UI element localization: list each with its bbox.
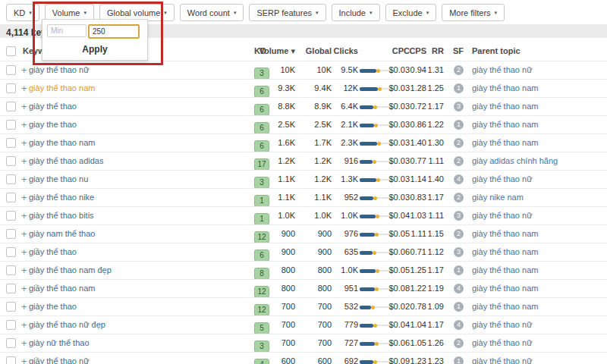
keyword-link[interactable]: giày thể thao bitis bbox=[29, 207, 94, 224]
clicks-distribution-bar-icon bbox=[360, 250, 393, 255]
kd-badge-value: 1 bbox=[254, 195, 269, 207]
column-header-parent-topic[interactable]: Parent topic bbox=[472, 42, 521, 61]
cps-value: 0.83 bbox=[410, 189, 426, 206]
cpc-value: $0.09 bbox=[388, 353, 410, 364]
cpc-value: $0.06 bbox=[388, 334, 410, 352]
expand-plus-icon[interactable]: + bbox=[21, 80, 27, 97]
kd-badge-value: 6 bbox=[254, 86, 269, 98]
cps-value: 1.28 bbox=[410, 80, 426, 97]
parent-topic-link[interactable]: giày thể thao nam bbox=[472, 262, 538, 279]
parent-topic-link[interactable]: giày thể thao nữ bbox=[472, 61, 533, 79]
clicks-distribution-bar-icon bbox=[360, 141, 393, 146]
keyword-link[interactable]: giày thể thao nam bbox=[29, 80, 95, 97]
column-header-volume[interactable]: Volume ▾ bbox=[259, 42, 296, 61]
expand-plus-icon[interactable]: + bbox=[21, 334, 27, 352]
rr-value: 1.09 bbox=[428, 298, 444, 315]
keyword-link[interactable]: giầy thể thao bbox=[29, 243, 77, 261]
row-checkbox[interactable] bbox=[6, 356, 16, 364]
expand-plus-icon[interactable]: + bbox=[21, 61, 27, 79]
keyword-link[interactable]: giày thể thao nam đẹp bbox=[29, 262, 112, 279]
keyword-link[interactable]: giày thể thao adidas bbox=[29, 152, 103, 170]
parent-topic-link[interactable]: giày thể thao nữ bbox=[472, 316, 533, 334]
global-volume-value: 2.5K bbox=[314, 116, 332, 133]
expand-plus-icon[interactable]: + bbox=[21, 280, 27, 297]
parent-topic-link[interactable]: giày thể thao nữ bbox=[472, 353, 533, 364]
clicks-distribution-bar-icon bbox=[360, 196, 393, 200]
column-header-global[interactable]: Global bbox=[306, 42, 332, 61]
parent-topic-link[interactable]: giày thể thao nữ bbox=[472, 207, 533, 224]
rr-value: 1.30 bbox=[428, 134, 444, 152]
filter-button-include[interactable]: Include▾ bbox=[332, 4, 380, 21]
rr-value: 1.19 bbox=[428, 280, 444, 297]
global-volume-value: 1.0K bbox=[314, 207, 332, 224]
column-header-cps[interactable]: CPS bbox=[409, 42, 426, 61]
keyword-link[interactable]: giày thể thao nữ đẹp bbox=[29, 316, 105, 334]
cps-value: 0.86 bbox=[410, 116, 426, 133]
expand-plus-icon[interactable]: + bbox=[21, 316, 27, 334]
expand-plus-icon[interactable]: + bbox=[21, 171, 27, 188]
expand-plus-icon[interactable]: + bbox=[21, 243, 27, 261]
keyword-link[interactable]: giầy thể thao nam bbox=[29, 280, 95, 297]
column-header-sf[interactable]: SF bbox=[453, 42, 464, 61]
column-header-rr[interactable]: RR bbox=[432, 42, 444, 61]
table-row: +giay the thao nu31.1K1.2K1.3K$0.031.141… bbox=[0, 170, 607, 188]
expand-plus-icon[interactable]: + bbox=[21, 189, 27, 206]
clicks-value: 1.0K bbox=[341, 207, 358, 224]
keyword-link[interactable]: giày nam thể thao bbox=[29, 225, 95, 243]
clicks-value: 6.4K bbox=[341, 98, 358, 115]
volume-value: 700 bbox=[281, 334, 295, 352]
apply-button[interactable]: Apply bbox=[42, 43, 147, 55]
keyword-link[interactable]: giay the thao nam bbox=[29, 134, 95, 152]
parent-topic-link[interactable]: giày thể thao nam bbox=[472, 98, 538, 115]
filter-button-exclude[interactable]: Exclude▾ bbox=[385, 4, 437, 21]
filter-button-kd[interactable]: KD▾ bbox=[6, 4, 39, 21]
column-header-cpc[interactable]: CPC bbox=[392, 42, 410, 61]
parent-topic-link[interactable]: giày thể thao nam bbox=[472, 225, 538, 243]
keyword-link[interactable]: giày nữ thể thao bbox=[29, 334, 90, 352]
keyword-link[interactable]: giay the thao nu bbox=[29, 171, 88, 188]
sf-count-badge: 1 bbox=[454, 356, 464, 364]
expand-plus-icon[interactable]: + bbox=[21, 353, 27, 364]
table-row: +giay the thao nam61.6K1.7K2.3K$0.031.40… bbox=[0, 133, 607, 152]
clicks-value: 779 bbox=[344, 316, 358, 334]
filter-button-word-count[interactable]: Word count▾ bbox=[180, 4, 244, 21]
parent-topic-link[interactable]: giày thể thao nam bbox=[472, 116, 538, 133]
parent-topic-link[interactable]: giày thể thao nữ bbox=[472, 334, 533, 352]
expand-plus-icon[interactable]: + bbox=[21, 262, 27, 279]
clicks-distribution-bar-icon bbox=[360, 123, 393, 127]
column-header-clicks[interactable]: Clicks bbox=[334, 42, 358, 61]
global-volume-value: 600 bbox=[318, 353, 332, 364]
filter-button-more-filters[interactable]: More filters▾ bbox=[442, 4, 505, 21]
keyword-link[interactable]: giày the thao bbox=[29, 298, 77, 315]
checkbox-icon bbox=[6, 247, 16, 257]
clicks-value: 692 bbox=[344, 353, 358, 364]
volume-min-input[interactable] bbox=[47, 24, 86, 37]
chevron-down-icon: ▾ bbox=[370, 10, 373, 15]
keyword-link[interactable]: giày thể thao bbox=[29, 98, 77, 115]
rr-value: 1.17 bbox=[428, 262, 444, 279]
parent-topic-link[interactable]: giày nike nam bbox=[472, 189, 524, 206]
filter-button-serp-features[interactable]: SERP features▾ bbox=[249, 4, 326, 21]
expand-plus-icon[interactable]: + bbox=[21, 207, 27, 224]
checkbox-icon bbox=[6, 229, 16, 239]
keyword-link[interactable]: giày thể thao nữ bbox=[29, 61, 90, 79]
keyword-link[interactable]: giay the thao bbox=[29, 116, 77, 133]
parent-topic-link[interactable]: giày adidas chính hãng bbox=[472, 152, 558, 170]
parent-topic-link[interactable]: giày thể thao nữ bbox=[472, 171, 533, 188]
rr-value: 1.26 bbox=[428, 334, 444, 352]
parent-topic-link[interactable]: giày thể thao nam bbox=[472, 80, 538, 97]
keyword-link[interactable]: giày thể thao nike bbox=[29, 189, 94, 206]
expand-plus-icon[interactable]: + bbox=[21, 98, 27, 115]
expand-plus-icon[interactable]: + bbox=[21, 225, 27, 243]
expand-plus-icon[interactable]: + bbox=[21, 152, 27, 170]
parent-topic-link[interactable]: giày thể thao nam bbox=[472, 298, 538, 315]
expand-plus-icon[interactable]: + bbox=[21, 134, 27, 152]
volume-max-input[interactable] bbox=[88, 24, 140, 39]
clicks-value: 952 bbox=[344, 189, 358, 206]
parent-topic-link[interactable]: giày thể thao nam bbox=[472, 134, 538, 152]
expand-plus-icon[interactable]: + bbox=[21, 116, 27, 133]
keyword-link[interactable]: giầy thể thao nữ bbox=[29, 353, 90, 364]
expand-plus-icon[interactable]: + bbox=[21, 298, 27, 315]
parent-topic-link[interactable]: giày thể thao nam bbox=[472, 243, 538, 261]
parent-topic-link[interactable]: giày thể thao nam bbox=[472, 280, 538, 297]
